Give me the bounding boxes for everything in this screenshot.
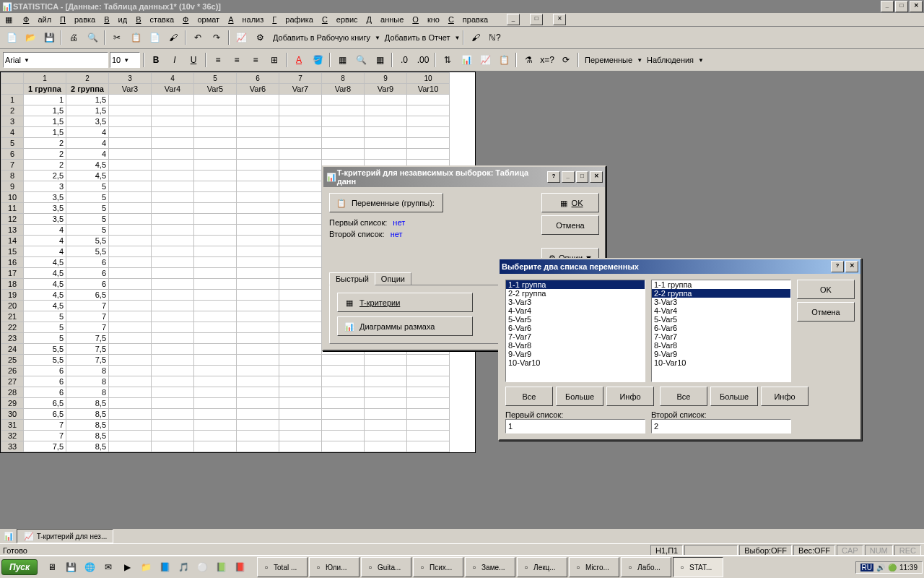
font-color-icon[interactable]: A bbox=[290, 51, 308, 69]
cell[interactable] bbox=[152, 355, 194, 366]
row-header[interactable]: 16 bbox=[1, 257, 24, 268]
cell[interactable] bbox=[109, 203, 152, 214]
cell[interactable] bbox=[152, 344, 194, 355]
open-icon[interactable]: 📂 bbox=[22, 29, 39, 46]
list-item[interactable]: 6-Var6 bbox=[652, 324, 790, 332]
cell[interactable] bbox=[109, 116, 152, 127]
var-list-2[interactable]: 1-1 группа2-2 группа3-Var34-Var45-Var56-… bbox=[651, 280, 791, 382]
cell[interactable]: 6 bbox=[66, 268, 109, 279]
quick-save-icon[interactable]: 💾 bbox=[62, 558, 79, 576]
cell[interactable] bbox=[109, 236, 152, 246]
row-header[interactable]: 19 bbox=[1, 290, 24, 301]
list-item[interactable]: 3-Var3 bbox=[506, 298, 645, 306]
cell[interactable] bbox=[152, 95, 194, 105]
cell[interactable]: 8,5 bbox=[66, 398, 109, 409]
row-header[interactable]: 28 bbox=[1, 387, 24, 398]
var-header[interactable]: Var9 bbox=[365, 84, 407, 95]
cell[interactable] bbox=[279, 268, 322, 279]
minimize-btn[interactable]: _ bbox=[881, 1, 894, 12]
cell[interactable] bbox=[407, 95, 450, 105]
cell[interactable]: 4 bbox=[24, 225, 66, 236]
zoom-icon[interactable]: 🔍 bbox=[352, 51, 370, 69]
menu-Графика[interactable]: Графика bbox=[272, 15, 313, 24]
cell[interactable]: 4 bbox=[66, 149, 109, 160]
headers-icon[interactable]: ▦ bbox=[371, 51, 388, 69]
cell[interactable] bbox=[237, 344, 279, 355]
cell[interactable]: 7,5 bbox=[66, 344, 109, 355]
cell[interactable] bbox=[152, 409, 194, 420]
row-header[interactable]: 4 bbox=[1, 127, 24, 138]
help-icon[interactable]: ℕ? bbox=[486, 29, 503, 46]
col-num[interactable]: 5 bbox=[194, 73, 237, 84]
cell[interactable] bbox=[109, 398, 152, 409]
cell[interactable] bbox=[152, 301, 194, 311]
cell[interactable] bbox=[365, 355, 407, 366]
var-header[interactable]: 2 группа bbox=[66, 84, 109, 95]
cell[interactable] bbox=[237, 171, 279, 181]
cell[interactable] bbox=[152, 105, 194, 116]
cell[interactable] bbox=[237, 311, 279, 322]
cell[interactable]: 4,5 bbox=[24, 257, 66, 268]
cell[interactable] bbox=[109, 214, 152, 225]
align-center-icon[interactable]: ≡ bbox=[228, 51, 245, 69]
cell[interactable]: 5,5 bbox=[66, 246, 109, 257]
cell[interactable] bbox=[237, 441, 279, 452]
cell[interactable] bbox=[194, 290, 237, 301]
underline-icon[interactable]: U bbox=[185, 51, 202, 69]
cell[interactable] bbox=[365, 420, 407, 431]
cell[interactable] bbox=[194, 192, 237, 203]
cell[interactable]: 7 bbox=[66, 322, 109, 333]
cell[interactable] bbox=[365, 387, 407, 398]
cell[interactable] bbox=[237, 149, 279, 160]
cell[interactable] bbox=[194, 116, 237, 127]
cell[interactable] bbox=[407, 398, 450, 409]
cell[interactable] bbox=[152, 225, 194, 236]
filter-icon[interactable]: ⚗ bbox=[520, 51, 537, 69]
cell[interactable] bbox=[365, 138, 407, 149]
row-header[interactable]: 31 bbox=[1, 420, 24, 431]
doc-tab[interactable]: 📈 T-критерий для нез... bbox=[17, 529, 113, 543]
cell[interactable] bbox=[279, 387, 322, 398]
cell[interactable]: 3,5 bbox=[66, 116, 109, 127]
align-left-icon[interactable]: ≡ bbox=[209, 51, 227, 69]
cell[interactable] bbox=[279, 355, 322, 366]
cell[interactable]: 8,5 bbox=[66, 420, 109, 431]
cell[interactable] bbox=[237, 268, 279, 279]
cell[interactable] bbox=[237, 431, 279, 441]
cell[interactable] bbox=[279, 344, 322, 355]
cell[interactable]: 2 bbox=[24, 138, 66, 149]
row-header[interactable]: 15 bbox=[1, 246, 24, 257]
cell[interactable] bbox=[152, 322, 194, 333]
more-1-btn[interactable]: Больше bbox=[556, 387, 603, 406]
cell[interactable]: 4,5 bbox=[24, 301, 66, 311]
cell[interactable] bbox=[279, 376, 322, 387]
cell[interactable]: 8,5 bbox=[66, 409, 109, 420]
cell[interactable] bbox=[237, 279, 279, 290]
cell[interactable] bbox=[109, 290, 152, 301]
cell[interactable] bbox=[194, 236, 237, 246]
cell[interactable] bbox=[279, 171, 322, 181]
row-header[interactable]: 13 bbox=[1, 225, 24, 236]
cell[interactable] bbox=[279, 225, 322, 236]
cell[interactable] bbox=[279, 322, 322, 333]
cell[interactable] bbox=[109, 181, 152, 192]
cell[interactable] bbox=[365, 376, 407, 387]
macro-icon[interactable]: ⚙ bbox=[251, 29, 269, 46]
tray-icon[interactable]: 🟢 bbox=[888, 564, 897, 571]
cell[interactable] bbox=[279, 116, 322, 127]
var-header[interactable]: Var8 bbox=[322, 84, 365, 95]
cell[interactable] bbox=[109, 441, 152, 452]
row-header[interactable]: 14 bbox=[1, 236, 24, 246]
cell[interactable] bbox=[237, 246, 279, 257]
plot-icon[interactable]: 📈 bbox=[476, 51, 494, 69]
cell[interactable]: 7,5 bbox=[66, 333, 109, 344]
cell[interactable] bbox=[279, 95, 322, 105]
list-item[interactable]: 9-Var9 bbox=[506, 350, 645, 358]
fill-color-icon[interactable]: 🪣 bbox=[309, 51, 326, 69]
first-list-input[interactable]: 1 bbox=[505, 419, 645, 434]
cell[interactable] bbox=[237, 322, 279, 333]
calc-icon[interactable]: x=? bbox=[539, 51, 556, 69]
cell[interactable] bbox=[322, 387, 365, 398]
cell[interactable]: 6,5 bbox=[24, 409, 66, 420]
col-num[interactable]: 3 bbox=[109, 73, 152, 84]
